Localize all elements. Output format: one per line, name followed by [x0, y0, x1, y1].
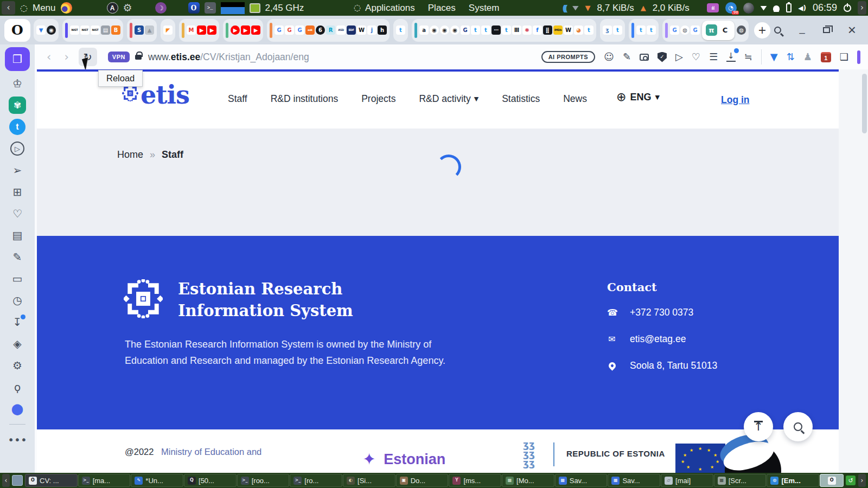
h-icon[interactable]: h [378, 25, 387, 35]
menu-button[interactable]: Menu [33, 3, 56, 14]
google-icon[interactable]: G [285, 25, 294, 35]
task-button[interactable]: ▦[Mo... [502, 474, 554, 487]
task-button[interactable]: ▦Sav... [608, 474, 660, 487]
tor-browser-icon[interactable]: ☽ [155, 2, 167, 14]
twitter-icon[interactable]: t [636, 25, 646, 35]
favorites-icon[interactable]: ♡ [692, 52, 700, 62]
google-icon[interactable]: G [691, 25, 700, 35]
active-tab[interactable]: πC [702, 21, 735, 40]
places-menu[interactable]: Places [428, 3, 456, 14]
ask-icon[interactable]: ask [305, 25, 315, 35]
dribbble-icon[interactable]: ◉ [440, 25, 449, 35]
edf-icon[interactable]: EDF [347, 25, 356, 35]
sidebar-settings-icon[interactable]: ⚙ [5, 355, 30, 376]
battery-icon[interactable] [786, 3, 792, 12]
knob-tray-icon[interactable] [743, 3, 754, 14]
globe-icon[interactable]: ◍ [680, 25, 690, 35]
terminal-launcher-icon[interactable]: >_ [205, 2, 216, 14]
nav-item-statistics[interactable]: Statistics [502, 93, 540, 105]
task-button[interactable]: >_[roo... [237, 474, 290, 487]
extension-cube-icon[interactable]: ❑ [840, 52, 848, 62]
task-button[interactable]: Y[ms... [449, 474, 501, 487]
braille-icon[interactable]: ⣿ [543, 25, 552, 35]
facebook-icon[interactable]: f [533, 25, 542, 35]
task-button[interactable]: >_[ro... [290, 474, 342, 487]
scrollbar-thumb[interactable] [862, 74, 867, 133]
clock-label[interactable]: 06:59 [813, 2, 837, 14]
pulseaudio-tray-icon[interactable]: ılıl [707, 3, 719, 12]
system-menu[interactable]: System [469, 3, 500, 14]
translate-ext-icon[interactable]: ⇅ [787, 52, 795, 62]
nav-item-projects[interactable]: Projects [361, 93, 395, 105]
task-button[interactable]: ▦[Scr... [714, 474, 767, 487]
contact-email[interactable]: etis@etag.ee [630, 333, 686, 345]
shield-icon[interactable]: ✓ [658, 52, 667, 62]
task-button[interactable]: ◐[Si... [343, 474, 395, 487]
imdb-icon[interactable]: IMDb [553, 25, 563, 35]
sidebar-feed-icon[interactable]: ▤ [5, 224, 30, 246]
sidebar-chatgpt-icon[interactable]: ✾ [5, 94, 30, 116]
power-icon[interactable] [844, 4, 851, 12]
twitter-icon[interactable]: t [396, 25, 405, 35]
twitter-icon[interactable]: t [481, 25, 490, 35]
sidebar-extensions-icon[interactable]: ◈ [5, 333, 30, 355]
sidebar-bookmarks-icon[interactable]: ❒ [5, 47, 30, 71]
lock-icon[interactable] [135, 55, 142, 60]
breadcrumb-home-link[interactable]: Home [117, 149, 143, 160]
google-icon[interactable]: G [295, 25, 304, 35]
dribbble-icon[interactable]: ◉ [450, 25, 459, 35]
wifi-tray-icon[interactable]: ▼ [761, 5, 767, 11]
tune-icon[interactable]: ≒ [744, 52, 752, 62]
twitter-icon[interactable]: t [647, 25, 656, 35]
cpu-frequency-label[interactable]: 2,45 GHz [265, 3, 304, 14]
sidebar-speeddial-icon[interactable]: ⊞ [5, 181, 30, 203]
sidebar-player-icon[interactable]: ▷ [5, 138, 30, 159]
amazon-icon[interactable]: a [419, 25, 429, 35]
six-icon[interactable]: 6 [316, 25, 325, 35]
etis-logo[interactable]: etis [122, 84, 189, 106]
ai-prompts-button[interactable]: AI PROMPTS [541, 51, 595, 63]
vivaldi-ext-icon[interactable]: ▼ [770, 52, 778, 62]
notifications-bell-icon[interactable] [773, 5, 780, 11]
nav-item-news[interactable]: News [563, 93, 587, 105]
taskbar-collapse-right-button[interactable]: › [858, 474, 866, 487]
pinned-ext-icon[interactable] [857, 50, 860, 64]
task-button[interactable]: Q[50... [184, 474, 237, 487]
twitter-icon[interactable]: t [471, 25, 480, 35]
send-file-icon[interactable]: ▷ [675, 52, 683, 62]
dribbble-icon[interactable]: ◉ [430, 25, 439, 35]
downloads-icon[interactable]: ↓ [726, 52, 736, 62]
wikipedia-icon[interactable]: W [357, 25, 366, 35]
pinwheel-icon[interactable]: ✺ [522, 25, 532, 35]
task-button[interactable]: O [820, 474, 844, 487]
task-button[interactable]: ▦Sav... [555, 474, 608, 487]
language-selector[interactable]: ⊕ ENG ▼ [616, 91, 660, 103]
search-tool-icon[interactable]: A [107, 2, 118, 14]
sidebar-pinboard-icon[interactable]: ✎ [5, 246, 30, 268]
blocker-ext-icon[interactable]: 1 [821, 52, 831, 62]
forward-button[interactable]: › [64, 52, 68, 63]
sidebar-devices-icon[interactable]: ▭ [5, 268, 30, 290]
researchgate-icon[interactable]: R [326, 25, 335, 35]
contact-phone[interactable]: +372 730 0373 [630, 307, 693, 318]
metamask-icon[interactable]: ◤ [163, 25, 173, 35]
reading-list-icon[interactable]: ☰ [709, 52, 718, 62]
estonia-crest-icon[interactable]: ʒ [603, 25, 612, 35]
pi-icon[interactable]: π [706, 24, 717, 36]
emoji-picker-icon[interactable]: ☺ [604, 52, 614, 62]
ball-icon[interactable]: ◕ [574, 25, 583, 35]
youtube-icon[interactable]: ▶ [207, 25, 216, 35]
workspace-switcher-icon[interactable]: ↺ [846, 476, 856, 485]
nist-icon[interactable]: NIST [80, 25, 90, 35]
research-agency-logo[interactable]: ✦ Estonian [362, 451, 445, 468]
vivaldi-icon[interactable]: ▼ [36, 25, 46, 35]
tab-search-icon[interactable] [774, 27, 781, 34]
claude-icon[interactable]: C [719, 24, 731, 36]
back-button[interactable]: ‹ [47, 52, 51, 63]
sidebar-downloads-icon[interactable]: ↧ [5, 311, 30, 333]
sidebar-twitter-icon[interactable]: t [5, 116, 30, 138]
sidebar-more-icon[interactable]: ••• [5, 429, 30, 451]
youtube-icon[interactable]: ▶ [197, 25, 206, 35]
youtube-icon[interactable]: ▶ [231, 25, 240, 35]
ministry-link[interactable]: Ministry of Education and [161, 447, 261, 457]
